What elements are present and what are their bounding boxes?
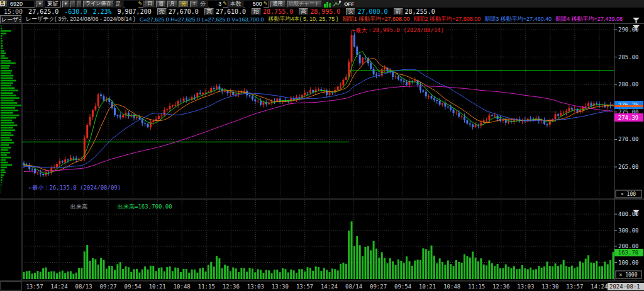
candle-body bbox=[384, 68, 386, 69]
volume-multiplier: × 1000 bbox=[619, 272, 638, 278]
volume-bar bbox=[530, 268, 531, 279]
volume-bar bbox=[252, 268, 253, 279]
ma1-tick bbox=[614, 105, 643, 107]
candle-body bbox=[257, 101, 259, 101]
volume-bar bbox=[240, 268, 242, 279]
volume-bar bbox=[329, 272, 331, 279]
profile-bar bbox=[1, 186, 1, 188]
candle-body bbox=[502, 120, 504, 121]
x-axis-label: 14:24 bbox=[321, 283, 338, 290]
volume-bar bbox=[604, 261, 606, 279]
candle-body bbox=[397, 76, 399, 79]
volume-bar bbox=[111, 266, 113, 279]
volume-bar bbox=[535, 269, 537, 279]
volume-bar bbox=[381, 252, 383, 279]
candle-body bbox=[563, 113, 565, 113]
volume-bar bbox=[28, 271, 30, 279]
profile-bar bbox=[1, 85, 11, 87]
volume-bar bbox=[78, 268, 80, 279]
candle-body bbox=[375, 74, 377, 75]
volume-bar bbox=[84, 251, 86, 279]
volume-bar bbox=[80, 268, 82, 279]
volume-bar bbox=[477, 261, 479, 279]
candle-body bbox=[356, 47, 358, 55]
volume-bar bbox=[284, 269, 286, 279]
volume-bar bbox=[441, 262, 443, 279]
volume-bar bbox=[114, 270, 116, 279]
volume-bar bbox=[227, 266, 229, 279]
profile-bar bbox=[1, 80, 16, 82]
profile-bar bbox=[1, 169, 5, 171]
candle-body bbox=[67, 159, 69, 160]
candle-body bbox=[530, 119, 531, 120]
profile-bar bbox=[1, 25, 1, 27]
profile-bar bbox=[1, 40, 3, 42]
volume-bar bbox=[230, 271, 231, 279]
candle-body bbox=[160, 115, 162, 116]
volume-bar bbox=[373, 241, 375, 279]
volume-bar bbox=[599, 266, 601, 279]
candle-body bbox=[508, 121, 509, 123]
grid-lines bbox=[22, 24, 614, 280]
volume-bar bbox=[138, 273, 140, 279]
volume-bar bbox=[257, 269, 259, 279]
volume-bar bbox=[147, 270, 149, 279]
volume-pane-title: 出来高 bbox=[70, 203, 87, 210]
profile-bar bbox=[1, 129, 15, 131]
volume-bar bbox=[122, 269, 124, 279]
candle-body bbox=[304, 93, 306, 95]
volume-bar bbox=[563, 260, 565, 279]
volume-bar bbox=[34, 273, 36, 279]
candle-body bbox=[455, 113, 457, 113]
candle-body bbox=[362, 58, 364, 64]
volume-bar bbox=[260, 270, 262, 279]
profile-bar bbox=[1, 47, 3, 49]
volume-bar bbox=[417, 260, 419, 279]
volume-bar bbox=[375, 249, 377, 279]
volume-bar bbox=[353, 246, 355, 279]
volume-bar bbox=[533, 270, 535, 279]
max-annotation: ←最大：28,995.0 (2024/08/14) bbox=[352, 27, 444, 33]
profile-bar bbox=[1, 77, 13, 79]
volume-bar bbox=[392, 261, 394, 279]
candle-body bbox=[260, 101, 262, 105]
volume-bar bbox=[408, 261, 410, 279]
volume-bar bbox=[577, 267, 579, 279]
volume-bar bbox=[53, 271, 55, 279]
x-axis-label: 13:03 bbox=[247, 283, 264, 290]
candle-body bbox=[92, 110, 94, 117]
profile-bar bbox=[1, 174, 4, 176]
pane-menu-icon[interactable] bbox=[633, 18, 640, 23]
volume-bar bbox=[92, 258, 94, 279]
volume-bar bbox=[23, 272, 25, 279]
profile-bar bbox=[1, 35, 3, 37]
volume-bar bbox=[549, 266, 551, 279]
volume-bar bbox=[422, 248, 424, 279]
candle-body bbox=[216, 86, 218, 89]
volume-bar bbox=[320, 271, 322, 279]
profile-bar bbox=[1, 142, 14, 144]
volume-bar bbox=[246, 271, 248, 279]
volume-bar bbox=[304, 271, 306, 279]
candle-body bbox=[342, 80, 344, 86]
candle-body bbox=[174, 105, 176, 106]
volume-bar bbox=[403, 263, 405, 279]
profile-bar bbox=[1, 152, 10, 154]
profile-bar bbox=[1, 191, 1, 193]
volume-bar bbox=[180, 272, 182, 279]
profile-bar bbox=[1, 83, 13, 84]
candle-body bbox=[252, 96, 253, 100]
chart-canvas[interactable]: 290.00285.00280.00275.00270.00265.00400.… bbox=[0, 0, 644, 291]
x-axis-label: 09:54 bbox=[125, 283, 142, 290]
volume-bar bbox=[268, 270, 270, 279]
profile-bar bbox=[1, 88, 14, 89]
volume-bar bbox=[315, 266, 317, 279]
volume-bar bbox=[411, 266, 413, 279]
candle-body bbox=[475, 125, 477, 127]
volume-bar bbox=[513, 266, 515, 279]
volume-bar bbox=[433, 256, 435, 279]
volume-bar bbox=[155, 271, 157, 279]
candle-body bbox=[441, 103, 443, 105]
funnel-stem bbox=[636, 213, 637, 215]
volume-bar bbox=[450, 264, 452, 279]
